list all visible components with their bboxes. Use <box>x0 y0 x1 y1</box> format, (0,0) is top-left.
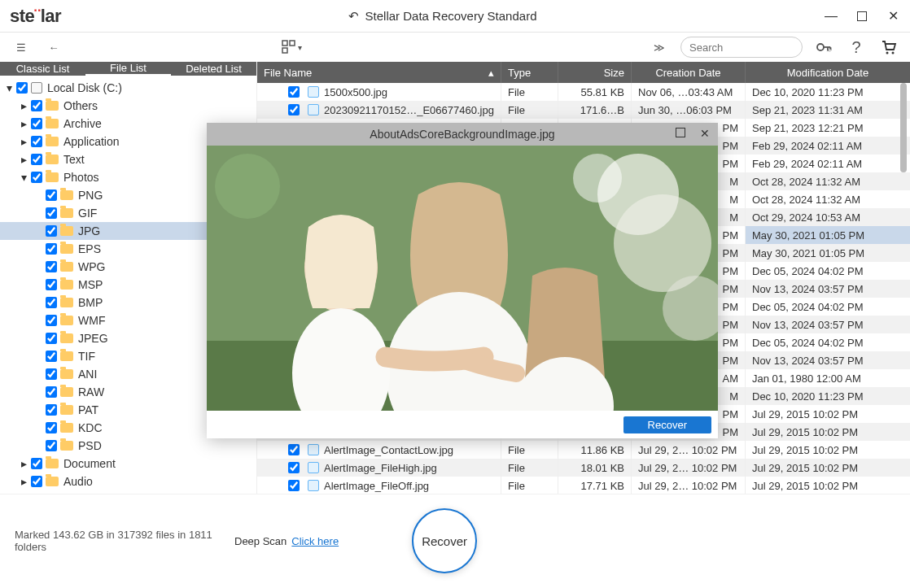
grid-view-icon[interactable]: ▾ <box>280 36 303 59</box>
cell-mdate: Oct 28, 2024 11:32 AM <box>746 172 910 190</box>
caret-icon[interactable]: ▸ <box>21 99 31 112</box>
file-checkbox[interactable] <box>288 444 300 455</box>
tree-checkbox[interactable] <box>31 154 42 165</box>
tree-checkbox[interactable] <box>46 207 57 219</box>
tree-checkbox[interactable] <box>46 279 57 290</box>
help-icon[interactable]: ? <box>845 36 868 59</box>
svg-point-7 <box>886 52 889 54</box>
tree-checkbox[interactable] <box>31 136 42 147</box>
tree-checkbox[interactable] <box>31 476 42 487</box>
tree-checkbox[interactable] <box>46 404 57 416</box>
tree-checkbox[interactable] <box>46 368 57 380</box>
caret-icon[interactable]: ▸ <box>21 117 31 130</box>
cell-type: File <box>501 477 558 494</box>
tree-item-label: Others <box>63 99 98 112</box>
cell-mdate: Jul 29, 2015 10:02 PM <box>746 477 910 494</box>
preview-window: AboutAdsCoreBackgroundImage.jpg ✕ <box>207 123 718 438</box>
tree-checkbox[interactable] <box>46 351 57 362</box>
tab-deleted-list[interactable]: Deleted List <box>171 62 256 76</box>
file-row[interactable]: AlertImage_ContactLow.jpgFile11.86 KBJul… <box>257 441 910 459</box>
tree-checkbox[interactable] <box>46 422 57 433</box>
preview-footer: Recover <box>207 411 718 438</box>
col-type[interactable]: Type <box>501 62 558 83</box>
tree-checkbox[interactable] <box>31 458 42 469</box>
tree-checkbox[interactable] <box>46 243 57 255</box>
col-name[interactable]: File Name▴ <box>257 62 501 83</box>
cell-mdate: Sep 21, 2023 11:31 AM <box>746 101 910 119</box>
caret-icon[interactable]: ▸ <box>21 135 31 148</box>
file-row[interactable]: 20230921170152…_E06677460.jpgFile171.6…B… <box>257 101 910 119</box>
preview-close-button[interactable]: ✕ <box>700 127 710 140</box>
caret-icon[interactable]: ▸ <box>21 475 31 488</box>
key-icon[interactable] <box>812 36 835 59</box>
tree-checkbox[interactable] <box>46 386 57 398</box>
file-row[interactable]: AlertImage_FileOff.jpgFile17.71 KBJul 29… <box>257 477 910 494</box>
disk-icon <box>31 82 42 94</box>
tree-item[interactable]: ▸Audio <box>0 473 256 490</box>
expand-icon[interactable]: ≫ <box>648 36 671 59</box>
deepscan-link[interactable]: Click here <box>291 535 339 547</box>
tree-checkbox[interactable] <box>46 225 57 237</box>
col-modification-date[interactable]: Modification Date <box>746 62 910 83</box>
file-row[interactable]: 1500x500.jpgFile55.81 KBNov 06, …03:43 A… <box>257 83 910 101</box>
scrollbar[interactable] <box>900 83 907 172</box>
col-creation-date[interactable]: Creation Date <box>632 62 746 83</box>
cart-icon[interactable] <box>877 36 900 59</box>
svg-point-8 <box>892 52 895 54</box>
tree-checkbox[interactable] <box>46 297 57 308</box>
caret-icon[interactable]: ▾ <box>21 171 31 184</box>
cell-name: 1500x500.jpg <box>257 83 501 101</box>
tab-file-list[interactable]: File List <box>85 62 171 76</box>
recover-button[interactable]: Recover <box>412 508 477 573</box>
folder-icon <box>46 459 59 468</box>
col-size[interactable]: Size <box>558 62 632 83</box>
tree-checkbox[interactable] <box>31 172 42 183</box>
preview-titlebar[interactable]: AboutAdsCoreBackgroundImage.jpg ✕ <box>207 123 718 146</box>
file-name: AlertImage_ContactLow.jpg <box>324 444 453 456</box>
undo-icon[interactable]: ↶ <box>348 9 359 24</box>
maximize-button[interactable] <box>855 9 869 24</box>
file-checkbox[interactable] <box>288 104 300 115</box>
tree-checkbox[interactable] <box>46 440 57 451</box>
tree-checkbox[interactable] <box>31 118 42 129</box>
tree-checkbox[interactable] <box>46 315 57 326</box>
list-tabs: Classic List File List Deleted List <box>0 62 256 76</box>
file-checkbox[interactable] <box>288 480 300 491</box>
file-checkbox[interactable] <box>288 86 300 98</box>
folder-icon <box>60 423 73 433</box>
tree-item-label: PSD <box>78 439 102 452</box>
file-checkbox[interactable] <box>288 462 300 473</box>
tree-checkbox[interactable] <box>46 333 57 344</box>
tab-classic-list[interactable]: Classic List <box>0 62 85 76</box>
tree-item[interactable]: PSD <box>0 437 256 455</box>
tree-item-label: Photos <box>63 171 99 184</box>
caret-icon[interactable]: ▸ <box>21 457 31 470</box>
preview-maximize-button[interactable] <box>676 128 685 137</box>
folder-icon <box>46 477 59 486</box>
file-row[interactable]: AlertImage_FileHigh.jpgFile18.01 KBJul 2… <box>257 459 910 477</box>
toolbar: ☰ ← ▾ ≫ ⌕ ? <box>0 33 910 62</box>
file-icon <box>308 104 319 115</box>
tree-root[interactable]: ▾ Local Disk (C:) <box>0 79 256 97</box>
tree-root-checkbox[interactable] <box>16 82 28 94</box>
cell-mdate: Dec 05, 2024 04:02 PM <box>746 262 910 280</box>
tree-item[interactable]: ▸Document <box>0 455 256 473</box>
preview-recover-button[interactable]: Recover <box>623 416 711 433</box>
file-icon <box>308 462 319 473</box>
search-input[interactable] <box>689 41 826 54</box>
caret-icon[interactable]: ▸ <box>21 153 31 166</box>
search-box[interactable]: ⌕ <box>680 37 803 58</box>
folder-icon <box>60 351 73 361</box>
back-icon[interactable]: ← <box>42 36 65 59</box>
minimize-button[interactable]: — <box>824 9 838 24</box>
tree-checkbox[interactable] <box>46 261 57 272</box>
file-icon <box>308 480 319 491</box>
menu-icon[interactable]: ☰ <box>10 36 33 59</box>
tree-item[interactable]: ▸Others <box>0 97 256 115</box>
folder-icon <box>46 119 59 128</box>
cell-type: File <box>501 441 558 459</box>
tree-checkbox[interactable] <box>46 189 57 201</box>
close-button[interactable]: ✕ <box>886 9 900 24</box>
tree-checkbox[interactable] <box>31 100 42 111</box>
tree-item-label: Text <box>63 153 85 166</box>
